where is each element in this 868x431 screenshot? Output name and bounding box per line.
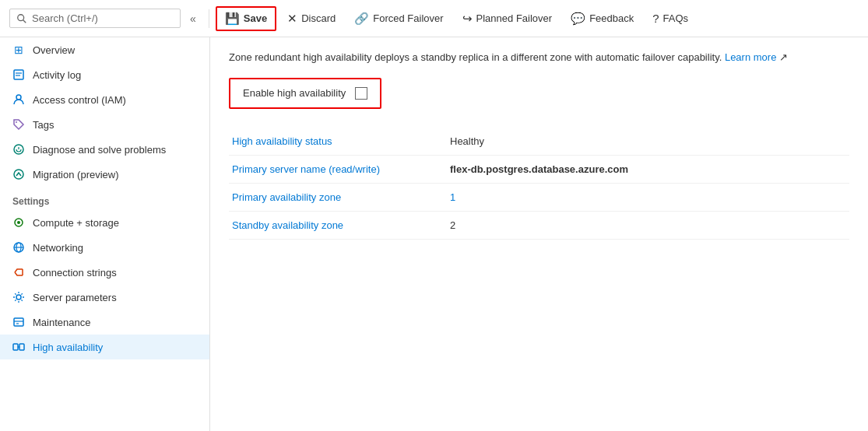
svg-point-16 — [16, 295, 21, 300]
faqs-button[interactable]: ? FAQs — [645, 8, 696, 29]
table-row: High availability statusHealthy — [229, 128, 849, 156]
iam-icon — [12, 93, 25, 106]
sidebar-item-label: Tags — [33, 119, 54, 131]
svg-rect-21 — [19, 344, 24, 350]
field-value: 1 — [447, 183, 849, 211]
tags-icon — [12, 118, 25, 131]
sidebar-item-label: High availability — [33, 342, 103, 353]
field-label: High availability status — [229, 128, 447, 156]
svg-point-0 — [18, 14, 24, 20]
field-label: Primary availability zone — [229, 183, 447, 211]
planned-failover-icon: ↪ — [462, 12, 473, 26]
sidebar-item-label: Migration (preview) — [33, 169, 119, 180]
sidebar-item-label: Networking — [33, 242, 83, 254]
faqs-icon: ? — [652, 12, 659, 25]
learn-more-link[interactable]: Learn more — [725, 51, 776, 63]
svg-rect-17 — [14, 318, 23, 326]
sidebar-item-maintenance[interactable]: Maintenance — [0, 310, 209, 335]
faqs-label: FAQs — [663, 12, 689, 24]
save-button[interactable]: 💾 Save — [216, 6, 276, 31]
external-link-icon: ↗ — [779, 51, 788, 63]
description-text: Zone redundant high availability deploys… — [229, 50, 849, 65]
sidebar-item-server-parameters[interactable]: Server parameters — [0, 285, 209, 310]
activity-log-icon — [12, 68, 25, 81]
search-box[interactable]: Search (Ctrl+/) — [9, 9, 181, 28]
table-row: Primary availability zone1 — [229, 183, 849, 211]
toolbar-divider — [209, 9, 209, 28]
sidebar-item-label: Overview — [33, 44, 75, 56]
table-row: Primary server name (read/write)flex-db.… — [229, 155, 849, 183]
overview-icon: ⊞ — [12, 44, 25, 56]
enable-ha-checkbox[interactable] — [355, 87, 367, 100]
svg-point-9 — [14, 170, 23, 179]
sidebar-item-tags[interactable]: Tags — [0, 112, 209, 137]
svg-line-1 — [23, 19, 26, 23]
networking-icon — [12, 241, 25, 254]
forced-failover-button[interactable]: 🔗 Forced Failover — [346, 8, 451, 30]
toolbar: Search (Ctrl+/) « 💾 Save ✕ Discard 🔗 For… — [0, 0, 868, 37]
sidebar-item-activity-log[interactable]: Activity log — [0, 62, 209, 87]
settings-section-label: Settings — [0, 187, 209, 210]
sidebar-item-label: Activity log — [33, 69, 81, 81]
content-area: Zone redundant high availability deploys… — [210, 37, 868, 431]
enable-ha-box: Enable high availability — [229, 78, 381, 109]
field-value: 2 — [447, 211, 849, 239]
sidebar-item-label: Access control (IAM) — [33, 94, 126, 106]
table-row: Standby availability zone2 — [229, 211, 849, 239]
sidebar-item-label: Server parameters — [33, 292, 117, 303]
server-params-icon — [12, 291, 25, 303]
forced-failover-label: Forced Failover — [373, 12, 443, 24]
sidebar-item-iam[interactable]: Access control (IAM) — [0, 87, 209, 112]
planned-failover-label: Planned Failover — [476, 12, 553, 24]
sidebar-item-compute-storage[interactable]: Compute + storage — [0, 210, 209, 235]
sidebar-item-high-availability[interactable]: High availability — [0, 335, 209, 359]
field-label: Standby availability zone — [229, 211, 447, 239]
main-layout: ⊞ Overview Activity log Access control (… — [0, 37, 868, 431]
field-label: Primary server name (read/write) — [229, 155, 447, 183]
sidebar-item-networking[interactable]: Networking — [0, 235, 209, 260]
save-icon: 💾 — [225, 12, 240, 26]
compute-icon — [12, 216, 25, 229]
discard-label: Discard — [301, 12, 336, 24]
sidebar-item-diagnose[interactable]: Diagnose and solve problems — [0, 137, 209, 162]
sidebar-item-label: Diagnose and solve problems — [33, 144, 166, 156]
search-icon — [16, 13, 27, 24]
high-availability-icon — [12, 341, 25, 353]
svg-point-6 — [16, 121, 17, 123]
save-label: Save — [244, 12, 267, 24]
sidebar-item-connection-strings[interactable]: Connection strings — [0, 260, 209, 285]
svg-rect-20 — [13, 344, 18, 350]
info-table: High availability statusHealthyPrimary s… — [229, 128, 849, 240]
sidebar-item-label: Maintenance — [33, 317, 90, 328]
feedback-button[interactable]: 💬 Feedback — [563, 8, 641, 30]
migration-icon — [12, 168, 25, 180]
connection-strings-icon — [12, 266, 25, 279]
svg-rect-2 — [14, 70, 23, 79]
field-value: Healthy — [447, 128, 849, 156]
enable-ha-label: Enable high availability — [243, 87, 346, 99]
discard-icon: ✕ — [287, 12, 297, 26]
collapse-sidebar-button[interactable]: « — [184, 9, 202, 28]
discard-button[interactable]: ✕ Discard — [279, 8, 343, 30]
sidebar: ⊞ Overview Activity log Access control (… — [0, 37, 210, 431]
svg-point-5 — [16, 95, 21, 100]
svg-point-11 — [17, 221, 20, 224]
sidebar-item-migration[interactable]: Migration (preview) — [0, 162, 209, 187]
sidebar-item-label: Compute + storage — [33, 217, 119, 229]
sidebar-item-label: Connection strings — [33, 267, 117, 279]
feedback-label: Feedback — [589, 12, 634, 24]
sidebar-item-overview[interactable]: ⊞ Overview — [0, 37, 209, 62]
search-placeholder: Search (Ctrl+/) — [32, 12, 98, 24]
feedback-icon: 💬 — [571, 12, 585, 26]
forced-failover-icon: 🔗 — [354, 12, 369, 26]
diagnose-icon — [12, 143, 25, 156]
planned-failover-button[interactable]: ↪ Planned Failover — [455, 8, 561, 30]
maintenance-icon — [12, 316, 25, 328]
field-value: flex-db.postgres.database.azure.com — [447, 155, 849, 183]
description-body: Zone redundant high availability deploys… — [229, 51, 722, 63]
